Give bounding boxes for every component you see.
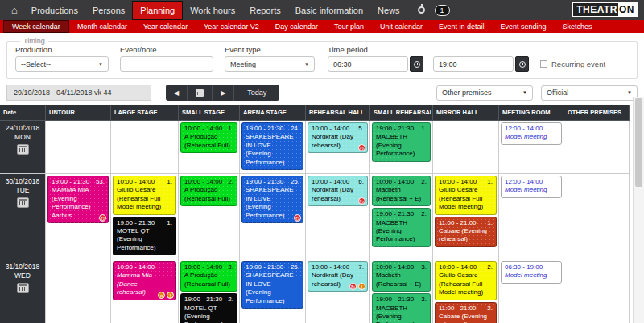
nav-planning[interactable]: Planning [132, 1, 183, 20]
day-calendar-icon[interactable] [17, 283, 29, 293]
calendar-cell[interactable]: 10:00 - 14:001.A Produção (Rehearsal Ful… [179, 121, 240, 174]
event-card[interactable]: 19:00 - 21:3026.SHAKESPEARE IN LOVE(Even… [242, 261, 303, 309]
calendar-cell[interactable]: 19:00 - 21:3025.SHAKESPEARE IN LOVE(Even… [240, 174, 306, 259]
recurring-event-checkbox[interactable] [540, 60, 547, 68]
calendar-cell[interactable]: 10:00 - 14:003.A Produção (Rehearsal Ful… [179, 259, 240, 323]
calendar-cell[interactable] [564, 121, 630, 174]
event-card[interactable]: 06:30 - 19:00Model meeting [501, 261, 562, 284]
calendar-cell[interactable] [46, 121, 111, 174]
nav-work-hours[interactable]: Work hours [183, 2, 242, 19]
event-title-line: A Produção (Rehearsal Full) [184, 271, 233, 288]
event-card[interactable]: 12:00 - 14:00Model meeting [501, 122, 562, 145]
chat-badge[interactable]: 1 [435, 5, 450, 16]
clock-icon[interactable] [515, 56, 529, 72]
home-icon[interactable]: ⌂ [5, 4, 24, 16]
subnav-tour-plan[interactable]: Tour plan [326, 20, 372, 33]
event-card[interactable]: 10:00 - 14:001.Giulio Cesare (Rehearsal … [435, 176, 497, 215]
event-card[interactable]: 10:00 - 14:003.Macbeth (Rehearsal + E) [372, 261, 431, 292]
event-card[interactable]: 10:00 - 14:006.Nordkraft (Day rehearsal)… [308, 176, 368, 206]
event-number-badge: 2. [421, 210, 427, 218]
today-button[interactable]: Today [234, 85, 279, 101]
calendar-cell[interactable] [564, 174, 630, 259]
calendar-cell[interactable] [111, 121, 179, 174]
subnav-event-in-detail[interactable]: Event in detail [431, 20, 493, 33]
event-card[interactable]: 11:00 - 21:001.Cabare (Evening rehearsal… [435, 217, 497, 247]
event-card[interactable]: 11:00 - 21:002.Cabare (Evening rehearsal… [435, 302, 497, 323]
event-number-badge: 24. [291, 125, 299, 133]
nav-basic-information[interactable]: Basic information [288, 2, 370, 19]
clock-icon[interactable] [410, 56, 423, 72]
calendar-cell[interactable] [46, 259, 111, 323]
event-time: 10:00 - 14:00 [312, 178, 349, 186]
calendar-cell[interactable]: 10:00 - 14:007.Nordkraft (Day rehearsal)… [306, 259, 370, 323]
subnav-event-sending[interactable]: Event sending [493, 20, 555, 33]
event-card[interactable]: 10:00 - 14:003.A Produção (Rehearsal Ful… [180, 261, 237, 292]
event-card[interactable]: 19:00 - 21:301.MOTEL QT (EveningPerforma… [113, 217, 176, 256]
event-card[interactable]: 10:00 - 14:002.A Produção (Rehearsal Ful… [180, 176, 237, 206]
event-card[interactable]: 19:00 - 21:302.MACBETH (EveningPerforman… [372, 208, 431, 247]
event-type-select[interactable]: Meeting ▼ [225, 56, 315, 72]
calendar-cell[interactable] [564, 259, 630, 323]
subnav-day-calendar[interactable]: Day calendar [267, 20, 326, 33]
official-filter-select[interactable]: Official ▼ [541, 85, 638, 101]
production-select[interactable]: --Select-- ▼ [15, 56, 109, 72]
time-to-input[interactable] [433, 56, 514, 72]
calendar-cell[interactable]: 10:00 - 14:005.Nordkraft (Day rehearsal)… [306, 121, 370, 174]
calendar-cell[interactable]: 10:00 - 14:002.Macbeth (Rehearsal + E)19… [370, 174, 433, 259]
event-card[interactable]: 10:00 - 14:002.Giulio Cesare (Rehearsal … [435, 261, 497, 300]
calendar-cell[interactable]: 10:00 - 14:002.A Produção (Rehearsal Ful… [179, 174, 240, 259]
calendar-cell[interactable]: 19:00 - 21:3026.SHAKESPEARE IN LOVE(Even… [240, 259, 306, 323]
calendar-picker-button[interactable] [188, 85, 213, 101]
event-card[interactable]: 19:00 - 21:3053.MAMMA MIA (EveningPerfor… [47, 176, 109, 223]
premises-filter-select[interactable]: Other premises ▼ [436, 85, 533, 101]
day-calendar-icon[interactable] [17, 144, 29, 155]
vertical-scrollbar[interactable] [633, 97, 644, 323]
calendar-cell[interactable]: 06:30 - 19:00Model meeting [499, 259, 564, 323]
calendar-cell[interactable]: 19:00 - 21:301.MACBETH (EveningPerforman… [370, 121, 433, 174]
event-card[interactable]: 10:00 - 14:001.Giulio Cesare (Rehearsal … [113, 176, 176, 215]
day-calendar-icon[interactable] [17, 197, 29, 208]
subnav-year-calendar-v2[interactable]: Year calendar V2 [196, 20, 267, 33]
subnav-month-calendar[interactable]: Month calendar [69, 20, 135, 33]
event-time: 10:00 - 14:00 [439, 178, 477, 186]
subnav-unit-calendar[interactable]: Unit calendar [372, 20, 431, 33]
event-card[interactable]: 12:00 - 14:00Model meeting [501, 176, 562, 198]
calendar-cell[interactable]: 10:00 - 14:001.Giulio Cesare (Rehearsal … [433, 174, 499, 259]
nav-news[interactable]: News [370, 2, 407, 19]
calendar-cell[interactable]: 12:00 - 14:00Model meeting [499, 174, 564, 259]
calendar-cell[interactable] [433, 121, 499, 174]
scrollbar-thumb[interactable] [635, 98, 642, 187]
subnav-week-calendar[interactable]: Week calendar [3, 20, 69, 33]
calendar-cell[interactable]: 10:00 - 14:00Mamma Mia (Dancerehearsal)«… [111, 259, 179, 323]
event-card[interactable]: 10:00 - 14:002.Macbeth (Rehearsal + E) [372, 176, 431, 206]
event-note-input[interactable] [120, 56, 213, 72]
column-header-rehearsal-hall: REHEARSAL HALL [306, 105, 370, 121]
event-card[interactable]: 19:00 - 21:3024.SHAKESPEARE IN LOVE(Even… [242, 122, 303, 170]
nav-persons[interactable]: Persons [85, 2, 132, 19]
time-from-input[interactable] [328, 56, 408, 72]
subnav-year-calendar[interactable]: Year calendar [135, 20, 196, 33]
event-card[interactable]: 19:00 - 21:303.MACBETH (EveningPerforman… [372, 293, 431, 323]
next-week-button[interactable]: ▶ [213, 85, 234, 101]
event-card[interactable]: 19:00 - 21:301.MACBETH (EveningPerforman… [372, 122, 431, 162]
calendar-cell[interactable]: 10:00 - 14:003.Macbeth (Rehearsal + E)19… [370, 259, 433, 323]
event-card[interactable]: 19:00 - 21:3025.SHAKESPEARE IN LOVE(Even… [242, 176, 303, 223]
calendar-cell[interactable]: 12:00 - 14:00Model meeting [499, 121, 564, 174]
calendar-cell[interactable]: 10:00 - 14:006.Nordkraft (Day rehearsal)… [306, 174, 370, 259]
event-title-line: (Evening Performance) [246, 150, 299, 167]
event-card[interactable]: 10:00 - 14:00Mamma Mia (Dancerehearsal)«… [113, 261, 176, 300]
event-card[interactable]: 10:00 - 14:007.Nordkraft (Day rehearsal)… [308, 261, 368, 292]
calendar-cell[interactable]: 19:00 - 21:3024.SHAKESPEARE IN LOVE(Even… [240, 121, 306, 174]
nav-productions[interactable]: Productions [24, 2, 85, 19]
event-card[interactable]: 10:00 - 14:005.Nordkraft (Day rehearsal)… [308, 122, 368, 153]
event-number-badge: 1. [167, 219, 172, 227]
calendar-cell[interactable]: 10:00 - 14:001.Giulio Cesare (Rehearsal … [111, 174, 179, 259]
nav-reports[interactable]: Reports [242, 2, 288, 19]
prev-week-button[interactable]: ◀ [166, 85, 188, 101]
event-card[interactable]: 10:00 - 14:001.A Produção (Rehearsal Ful… [180, 122, 237, 153]
subnav-sketches[interactable]: Sketches [555, 20, 601, 33]
event-card[interactable]: 19:00 - 21:302.MOTEL QT (EveningPerforma… [180, 293, 237, 323]
calendar-cell[interactable]: 10:00 - 14:002.Giulio Cesare (Rehearsal … [433, 259, 499, 323]
calendar-cell[interactable]: 19:00 - 21:3053.MAMMA MIA (EveningPerfor… [46, 174, 111, 259]
power-icon[interactable] [415, 4, 428, 17]
